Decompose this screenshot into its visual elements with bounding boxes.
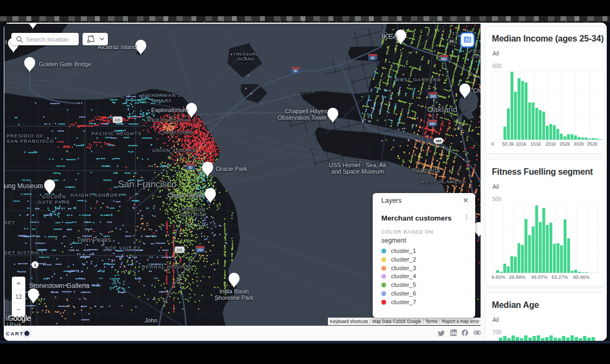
svg-text:CART: CART xyxy=(6,331,24,336)
svg-text:101: 101 xyxy=(114,118,121,122)
svg-text:80: 80 xyxy=(293,69,298,73)
svg-text:80: 80 xyxy=(188,166,193,169)
svg-text:260: 260 xyxy=(435,139,442,143)
svg-text:880: 880 xyxy=(430,122,436,126)
svg-text:24: 24 xyxy=(449,39,454,43)
svg-text:580: 580 xyxy=(441,57,447,61)
svg-text:980: 980 xyxy=(430,94,436,98)
svg-text:1: 1 xyxy=(34,263,37,267)
svg-text:280: 280 xyxy=(197,248,203,252)
svg-text:101: 101 xyxy=(176,248,183,252)
svg-text:80: 80 xyxy=(371,56,375,60)
